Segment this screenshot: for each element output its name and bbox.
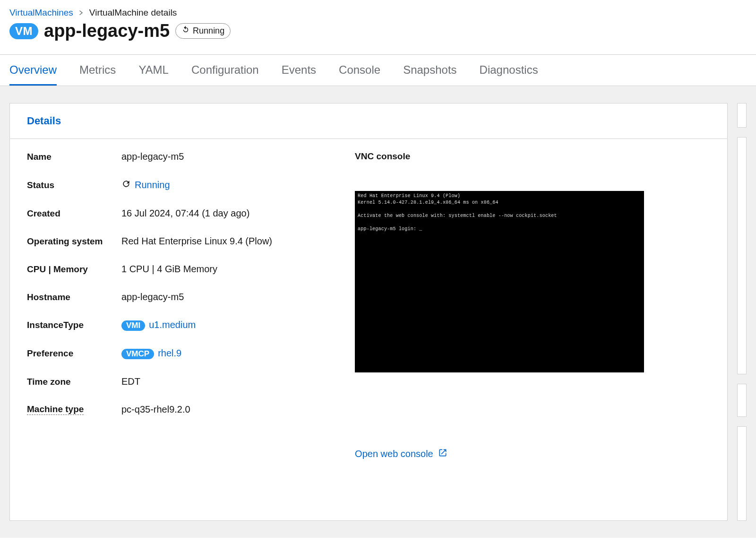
- field-value-os: Red Hat Enterprise Linux 9.4 (Plow): [121, 236, 355, 247]
- field-label-preference: Preference: [27, 348, 117, 359]
- field-label-hostname: Hostname: [27, 292, 117, 302]
- breadcrumb-root-link[interactable]: VirtualMachines: [9, 8, 73, 18]
- tab-configuration[interactable]: Configuration: [191, 55, 259, 86]
- status-text: Running: [193, 26, 224, 36]
- side-cards-partial: [737, 103, 747, 521]
- instancetype-link[interactable]: u1.medium: [149, 319, 196, 330]
- side-card: [737, 426, 747, 521]
- console-column: VNC console Red Hat Enterprise Linux 9.4…: [355, 151, 710, 460]
- field-label-machinetype: Machine type: [27, 404, 84, 415]
- tab-yaml[interactable]: YAML: [138, 55, 169, 86]
- field-label-name: Name: [27, 152, 117, 162]
- side-card: [737, 103, 747, 128]
- details-card-title[interactable]: Details: [10, 104, 727, 139]
- details-column: Name app-legacy-m5 Status Running Create…: [27, 151, 355, 460]
- resource-badge-vmi: VMI: [121, 320, 145, 331]
- field-label-timezone: Time zone: [27, 377, 117, 387]
- status-badge: Running: [175, 23, 231, 39]
- open-web-console-label: Open web console: [355, 449, 433, 459]
- tab-overview[interactable]: Overview: [9, 55, 57, 86]
- field-value-cpumem: 1 CPU | 4 GiB Memory: [121, 264, 355, 275]
- field-value-created: 16 Jul 2024, 07:44 (1 day ago): [121, 208, 355, 219]
- sync-icon: [121, 179, 131, 191]
- resource-badge-vm: VM: [9, 23, 38, 39]
- field-label-os: Operating system: [27, 236, 117, 247]
- page-title: app-legacy-m5: [44, 21, 170, 41]
- tab-console[interactable]: Console: [339, 55, 380, 86]
- tab-events[interactable]: Events: [282, 55, 316, 86]
- field-value-name: app-legacy-m5: [121, 151, 355, 162]
- field-label-status: Status: [27, 180, 117, 190]
- tab-snapshots[interactable]: Snapshots: [403, 55, 456, 86]
- content-area: Details Name app-legacy-m5 Status Runnin…: [0, 86, 756, 538]
- chevron-right-icon: [79, 9, 84, 17]
- field-value-status: Running: [135, 180, 170, 190]
- tab-diagnostics[interactable]: Diagnostics: [480, 55, 538, 86]
- field-label-instancetype: InstanceType: [27, 320, 117, 330]
- field-label-cpumem: CPU | Memory: [27, 264, 117, 275]
- field-value-timezone: EDT: [121, 376, 355, 387]
- resource-badge-vmcp: VMCP: [121, 349, 154, 359]
- status-link[interactable]: Running: [121, 179, 170, 191]
- details-card: Details Name app-legacy-m5 Status Runnin…: [9, 103, 728, 521]
- page-header: VM app-legacy-m5 Running: [0, 21, 756, 54]
- breadcrumb-current: VirtualMachine details: [89, 8, 177, 18]
- tabs-bar: Overview Metrics YAML Configuration Even…: [0, 54, 756, 86]
- vnc-console[interactable]: Red Hat Enterprise Linux 9.4 (Plow) Kern…: [355, 191, 644, 372]
- tab-metrics[interactable]: Metrics: [79, 55, 116, 86]
- field-value-machinetype: pc-q35-rhel9.2.0: [121, 404, 355, 415]
- side-card: [737, 137, 747, 374]
- side-card: [737, 384, 747, 417]
- field-label-created: Created: [27, 208, 117, 219]
- external-link-icon: [438, 448, 447, 460]
- preference-link[interactable]: rhel.9: [158, 348, 181, 358]
- open-web-console-link[interactable]: Open web console: [355, 448, 447, 460]
- breadcrumb: VirtualMachines VirtualMachine details: [0, 0, 756, 21]
- field-value-hostname: app-legacy-m5: [121, 292, 355, 302]
- vnc-console-title: VNC console: [355, 151, 710, 162]
- sync-icon: [181, 26, 190, 36]
